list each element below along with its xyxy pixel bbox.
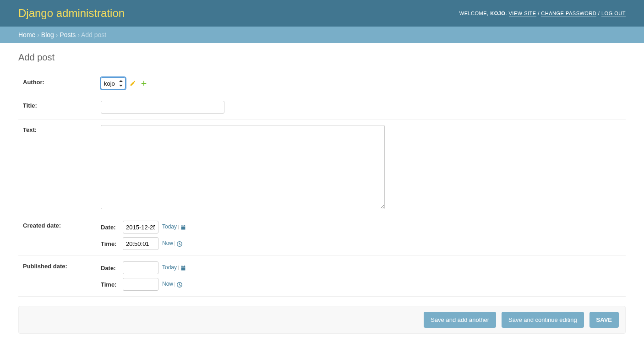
created-date-time-label: Time: (101, 240, 119, 247)
created-date-today-link[interactable]: Today (162, 223, 177, 230)
clock-icon[interactable] (176, 282, 183, 288)
published-date-time-input[interactable] (123, 278, 158, 291)
save-continue-button[interactable] (502, 312, 584, 328)
form-row-title: Title: (18, 95, 626, 119)
published-date-date-input[interactable] (123, 261, 158, 274)
title-label: Title: (23, 101, 96, 109)
breadcrumb-app[interactable]: Blog (41, 31, 54, 38)
author-widget: kojo (101, 77, 147, 89)
clock-icon[interactable] (176, 241, 183, 247)
save-button[interactable] (589, 312, 619, 328)
form-row-published-date: Published date: Date: Today| Time: (18, 256, 626, 297)
text-textarea[interactable] (101, 125, 385, 209)
welcome-prefix: WELCOME, (459, 11, 490, 16)
submit-row (18, 306, 626, 334)
text-label: Text: (23, 125, 96, 133)
branding: Django administration (18, 7, 125, 20)
form-fieldset: Author: kojo Title: (18, 72, 626, 297)
published-date-now-link[interactable]: Now (162, 281, 173, 287)
form-row-created-date: Created date: Date: Today| Time: N (18, 215, 626, 256)
breadcrumb-current: Add post (81, 31, 106, 38)
created-date-date-label: Date: (101, 224, 119, 231)
form-row-author: Author: kojo (18, 72, 626, 95)
content: Add post Author: kojo (0, 43, 644, 343)
published-date-today-link[interactable]: Today (162, 264, 177, 271)
user-tools: WELCOME, KOJO. VIEW SITE / CHANGE PASSWO… (459, 11, 626, 16)
breadcrumb-home[interactable]: Home (18, 31, 35, 38)
published-date-label: Published date: (23, 261, 96, 270)
view-site-link[interactable]: VIEW SITE (509, 11, 536, 16)
user-tools-sep: / (536, 11, 541, 16)
logout-link[interactable]: LOG OUT (601, 11, 626, 16)
published-date-time-label: Time: (101, 281, 119, 288)
author-select[interactable]: kojo (101, 77, 126, 89)
calendar-icon[interactable] (180, 224, 186, 231)
user-tools-sep: / (596, 11, 601, 16)
created-date-date-input[interactable] (123, 221, 158, 234)
edit-related-icon[interactable] (129, 80, 136, 87)
add-related-icon[interactable] (140, 80, 147, 87)
username: KOJO (490, 11, 505, 16)
title-input[interactable] (101, 101, 224, 114)
created-date-widget: Date: Today| Time: Now| (101, 221, 626, 250)
form-row-text: Text: (18, 119, 626, 215)
change-password-link[interactable]: CHANGE PASSWORD (541, 11, 596, 16)
page-title: Add post (18, 52, 626, 63)
breadcrumb: Home › Blog › Posts › Add post (0, 27, 644, 43)
site-title: Django administration (18, 7, 125, 20)
created-date-now-link[interactable]: Now (162, 240, 173, 246)
created-date-time-input[interactable] (123, 237, 158, 250)
published-date-date-label: Date: (101, 265, 119, 272)
save-add-another-button[interactable] (424, 312, 496, 328)
welcome-period: . (505, 11, 508, 16)
breadcrumb-model[interactable]: Posts (60, 31, 76, 38)
created-date-label: Created date: (23, 221, 96, 229)
author-label: Author: (23, 77, 96, 86)
header: Django administration WELCOME, KOJO. VIE… (0, 0, 644, 27)
calendar-icon[interactable] (180, 265, 186, 272)
published-date-widget: Date: Today| Time: Now| (101, 261, 626, 291)
